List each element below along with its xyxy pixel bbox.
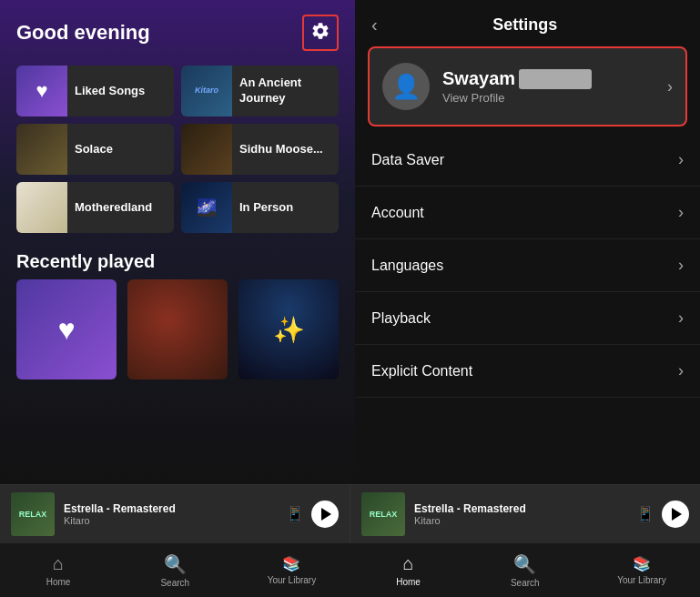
- grid-item-solace[interactable]: Solace: [16, 124, 174, 175]
- grid-item-ancient-journey[interactable]: Kitaro An Ancient Journey: [181, 66, 339, 116]
- settings-item-account[interactable]: Account ›: [355, 187, 700, 239]
- nav-label-home-right: Home: [396, 577, 421, 587]
- sidhu-thumb: [181, 124, 232, 175]
- inperson-label: In Person: [232, 200, 300, 216]
- play-button-left[interactable]: [311, 501, 339, 528]
- grid-item-motherland[interactable]: Motheredland: [16, 182, 174, 233]
- gear-icon: [310, 21, 330, 45]
- connect-device-icon-right[interactable]: 📱: [636, 505, 654, 522]
- profile-card[interactable]: 👤 Swayam View Profile ›: [368, 46, 687, 126]
- ancient-journey-label: An Ancient Journey: [232, 76, 339, 106]
- nav-label-home-left: Home: [46, 577, 71, 587]
- recently-item-sidhu[interactable]: [127, 279, 228, 379]
- np-thumb-left: RELAX: [11, 492, 55, 536]
- library-icon-left: 📚: [282, 555, 300, 572]
- nav-label-library-left: Your Library: [268, 575, 317, 585]
- back-button[interactable]: ‹: [371, 15, 378, 35]
- inperson-thumb: 🌌: [181, 182, 232, 233]
- now-playing-left[interactable]: RELAX Estrella - Remastered Kitaro 📱: [0, 484, 350, 542]
- account-label: Account: [371, 205, 424, 221]
- explicit-content-chevron-icon: ›: [678, 361, 684, 380]
- left-header: Good evening: [0, 0, 355, 58]
- profile-name-prefix: Swayam: [442, 68, 515, 89]
- np-controls-left: 📱: [286, 501, 339, 528]
- play-triangle-right: [672, 508, 682, 521]
- profile-name-blurred: [519, 69, 592, 89]
- nav-label-search-left: Search: [160, 578, 189, 588]
- settings-title: Settings: [389, 15, 662, 35]
- quick-access-grid: ♥ Liked Songs Kitaro An Ancient Journey …: [0, 58, 355, 240]
- nav-label-search-right: Search: [511, 578, 540, 588]
- account-chevron-icon: ›: [678, 203, 684, 222]
- nav-item-search-right[interactable]: 🔍 Search: [467, 543, 583, 597]
- np-controls-right: 📱: [636, 501, 689, 528]
- ancient-journey-thumb: Kitaro: [181, 66, 232, 116]
- nav-item-library-right[interactable]: 📚 Your Library: [583, 543, 700, 597]
- playback-chevron-icon: ›: [678, 309, 684, 328]
- np-info-right: Estrella - Remastered Kitaro: [414, 502, 627, 526]
- settings-gear-button[interactable]: [302, 15, 339, 51]
- avatar: 👤: [382, 63, 430, 110]
- home-icon-left: ⌂: [53, 553, 64, 574]
- grid-item-sidhu-moose[interactable]: Sidhu Moose...: [181, 124, 339, 175]
- home-icon-right: ⌂: [403, 553, 414, 574]
- np-info-left: Estrella - Remastered Kitaro: [64, 502, 277, 526]
- np-thumb-right: RELAX: [361, 492, 405, 536]
- profile-info: Swayam View Profile: [442, 68, 654, 105]
- connect-device-icon-left[interactable]: 📱: [286, 505, 304, 522]
- recently-item-liked[interactable]: ♥: [16, 279, 117, 379]
- np-title-left: Estrella - Remastered: [64, 502, 277, 515]
- sidhu-label: Sidhu Moose...: [232, 142, 330, 157]
- settings-item-languages[interactable]: Languages ›: [355, 239, 700, 292]
- play-triangle-left: [321, 508, 331, 521]
- languages-label: Languages: [371, 258, 443, 274]
- solace-label: Solace: [67, 142, 120, 157]
- grid-item-in-person[interactable]: 🌌 In Person: [181, 182, 339, 233]
- now-playing-right[interactable]: RELAX Estrella - Remastered Kitaro 📱: [350, 484, 700, 542]
- np-thumb-label-right: RELAX: [370, 510, 398, 519]
- np-artist-right: Kitaro: [414, 515, 627, 526]
- profile-name: Swayam: [442, 68, 654, 89]
- liked-songs-label: Liked Songs: [67, 84, 152, 99]
- search-icon-right: 🔍: [513, 553, 536, 575]
- settings-panel: ‹ Settings 👤 Swayam View Profile › Data …: [355, 0, 700, 484]
- recently-played-title: Recently played: [0, 240, 355, 279]
- recently-played-row: ♥ ✨: [0, 279, 355, 379]
- nav-item-home-right[interactable]: ⌂ Home: [350, 543, 467, 597]
- search-icon-left: 🔍: [164, 553, 187, 575]
- np-title-right: Estrella - Remastered: [414, 502, 627, 515]
- np-thumb-label-left: RELAX: [19, 510, 47, 519]
- settings-item-playback[interactable]: Playback ›: [355, 292, 700, 345]
- recently-inperson-thumb: ✨: [238, 279, 339, 379]
- nav-half-right: ⌂ Home 🔍 Search 📚 Your Library: [350, 543, 701, 597]
- recently-sidhu-thumb: [127, 279, 228, 379]
- settings-item-data-saver[interactable]: Data Saver ›: [355, 134, 700, 187]
- grid-item-liked-songs[interactable]: ♥ Liked Songs: [16, 66, 174, 116]
- solace-thumb: [16, 124, 67, 175]
- profile-chevron-icon: ›: [667, 77, 673, 96]
- np-artist-left: Kitaro: [64, 515, 277, 526]
- view-profile-label: View Profile: [442, 91, 654, 105]
- settings-header: ‹ Settings: [355, 0, 700, 46]
- motherland-label: Motheredland: [67, 200, 159, 216]
- library-icon-right: 📚: [633, 555, 651, 572]
- explicit-content-label: Explicit Content: [371, 363, 472, 379]
- recently-liked-thumb: ♥: [16, 279, 117, 379]
- languages-chevron-icon: ›: [678, 256, 684, 275]
- nav-item-home-left[interactable]: ⌂ Home: [0, 543, 117, 597]
- now-playing-bar: RELAX Estrella - Remastered Kitaro 📱 REL…: [0, 484, 700, 542]
- motherland-thumb: [16, 182, 67, 233]
- nav-item-library-left[interactable]: 📚 Your Library: [233, 543, 350, 597]
- play-button-right[interactable]: [662, 501, 689, 528]
- nav-half-left: ⌂ Home 🔍 Search 📚 Your Library: [0, 543, 350, 597]
- recently-item-inperson[interactable]: ✨: [238, 279, 339, 379]
- settings-item-explicit-content[interactable]: Explicit Content ›: [355, 345, 700, 398]
- data-saver-label: Data Saver: [371, 152, 444, 168]
- greeting-text: Good evening: [16, 21, 150, 45]
- nav-label-library-right: Your Library: [617, 575, 666, 585]
- user-icon: 👤: [391, 73, 421, 101]
- heart-icon: ♥: [36, 79, 47, 103]
- nav-item-search-left[interactable]: 🔍 Search: [117, 543, 233, 597]
- bottom-nav: ⌂ Home 🔍 Search 📚 Your Library ⌂ Home 🔍 …: [0, 542, 700, 597]
- data-saver-chevron-icon: ›: [678, 150, 684, 169]
